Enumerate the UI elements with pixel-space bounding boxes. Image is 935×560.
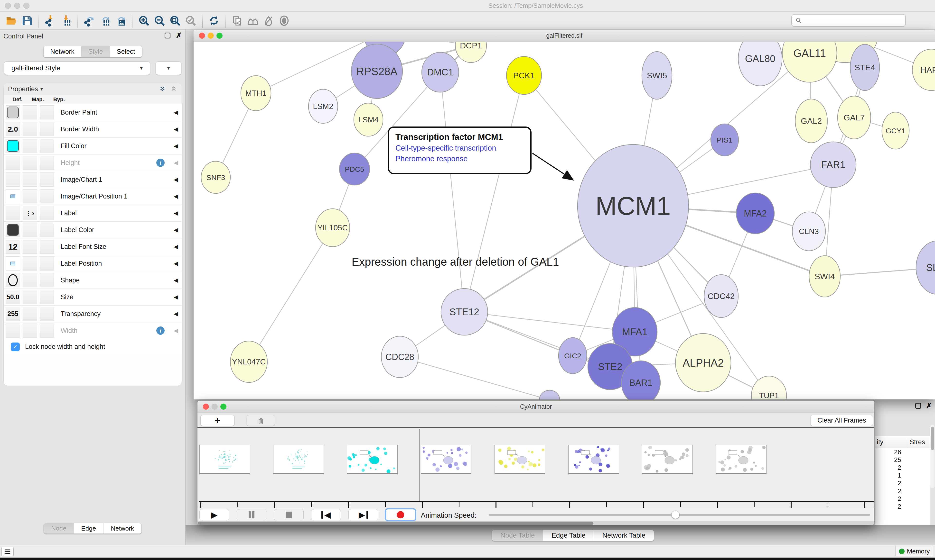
network-node-cln3[interactable]: CLN3 bbox=[792, 212, 825, 251]
default-swatch[interactable] bbox=[7, 140, 19, 152]
open-session-button[interactable] bbox=[5, 14, 18, 27]
export-network-button[interactable] bbox=[83, 14, 96, 27]
stop-button[interactable] bbox=[274, 509, 304, 520]
network-node-gal11[interactable]: GAL11 bbox=[782, 42, 837, 82]
property-row-image-chart-1[interactable]: Image/Chart 1◀ bbox=[4, 171, 182, 188]
default-swatch[interactable] bbox=[7, 224, 19, 236]
network-node-lsm4[interactable]: LSM4 bbox=[354, 103, 383, 136]
property-row-size[interactable]: 50.0Size◀ bbox=[4, 289, 182, 305]
property-row-border-width[interactable]: 2.0Border Width◀ bbox=[4, 121, 182, 137]
memory-button[interactable]: Memory bbox=[896, 546, 933, 556]
network-node-ste12[interactable]: STE12 bbox=[441, 289, 488, 335]
skip-to-end-button[interactable]: ▶ bbox=[349, 509, 378, 520]
network-node-gic2[interactable]: GIC2 bbox=[559, 338, 587, 374]
delete-frame-button[interactable] bbox=[247, 415, 275, 426]
results-row[interactable]: 2 bbox=[875, 487, 930, 495]
canvas-annotation-text[interactable]: Expression change after deletion of GAL1 bbox=[352, 255, 559, 268]
expand-row-icon[interactable]: ◀ bbox=[174, 226, 178, 233]
network-node-pis1[interactable]: PIS1 bbox=[711, 124, 739, 156]
float-panel-icon[interactable] bbox=[915, 403, 921, 409]
expand-row-icon[interactable]: ◀ bbox=[174, 176, 178, 183]
results-row[interactable]: 2 bbox=[875, 479, 930, 487]
expand-row-icon[interactable]: ◀ bbox=[174, 126, 178, 132]
close-traffic-light[interactable] bbox=[5, 3, 11, 9]
info-icon[interactable]: i bbox=[156, 158, 165, 167]
results-column-ity[interactable]: ity bbox=[875, 438, 906, 446]
network-node-lsm2[interactable]: LSM2 bbox=[309, 89, 338, 123]
annotation-link-1[interactable]: Cell-type-specific transcription bbox=[395, 144, 524, 152]
property-row-border-paint[interactable]: Border Paint◀ bbox=[4, 104, 182, 121]
expand-row-icon[interactable]: ◀ bbox=[174, 143, 178, 149]
network-node-mfa2[interactable]: MFA2 bbox=[736, 193, 774, 234]
tab-select[interactable]: Select bbox=[110, 46, 142, 57]
copy-style-button[interactable] bbox=[231, 14, 244, 27]
show-details-button[interactable] bbox=[278, 14, 291, 27]
property-row-width[interactable]: Widthi◀ bbox=[4, 322, 182, 339]
panel-tab-network[interactable]: Network bbox=[103, 523, 141, 534]
expand-row-icon[interactable]: ◀ bbox=[174, 260, 178, 267]
minimize-traffic-light[interactable] bbox=[14, 3, 20, 9]
network-node-pdc5[interactable]: PDC5 bbox=[339, 153, 370, 185]
expand-row-icon[interactable]: ◀ bbox=[174, 294, 178, 300]
property-row-fill-color[interactable]: Fill Color◀ bbox=[4, 137, 182, 154]
network-window-titlebar[interactable]: galFiltered.sif bbox=[194, 30, 935, 42]
default-value[interactable]: 255 bbox=[7, 310, 18, 318]
expand-row-icon[interactable]: ◀ bbox=[174, 193, 178, 200]
network-node-ste4[interactable]: STE4 bbox=[850, 44, 879, 91]
collapse-all-icon[interactable] bbox=[170, 85, 177, 93]
expand-all-icon[interactable] bbox=[159, 85, 166, 93]
import-table-button[interactable] bbox=[59, 14, 73, 27]
save-session-button[interactable] bbox=[20, 14, 34, 27]
expand-row-icon[interactable]: ◀ bbox=[174, 327, 178, 334]
pause-button[interactable] bbox=[237, 509, 266, 520]
export-table-button[interactable] bbox=[98, 14, 111, 27]
clear-all-frames-button[interactable]: Clear All Frames bbox=[811, 415, 873, 426]
info-icon[interactable]: i bbox=[156, 326, 165, 335]
export-image-button[interactable] bbox=[114, 14, 127, 27]
hide-details-button[interactable] bbox=[262, 14, 275, 27]
network-node-gcy1[interactable]: GCY1 bbox=[882, 112, 909, 149]
task-history-button[interactable] bbox=[2, 547, 14, 556]
frame-thumbnail-7[interactable] bbox=[716, 445, 767, 473]
results-row[interactable]: 26 bbox=[875, 448, 930, 456]
frame-thumbnail-0[interactable] bbox=[199, 445, 250, 473]
network-node-gal7[interactable]: GAL7 bbox=[838, 96, 871, 139]
properties-header[interactable]: Properties ▾ bbox=[4, 83, 182, 95]
zoom-out-button[interactable] bbox=[153, 14, 166, 27]
network-node-alpha2[interactable]: ALPHA2 bbox=[676, 334, 731, 392]
frame-thumbnail-5[interactable] bbox=[568, 445, 619, 473]
animation-speed-slider[interactable] bbox=[489, 514, 870, 516]
skip-to-start-button[interactable]: ◀ bbox=[311, 509, 341, 520]
property-row-image-chart-position-1[interactable]: Image/Chart Position 1◀ bbox=[4, 188, 182, 205]
cyanimator-titlebar[interactable]: CyAnimator bbox=[197, 401, 874, 413]
zoom-in-button[interactable] bbox=[137, 14, 150, 27]
frame-thumbnail-3[interactable] bbox=[421, 445, 471, 473]
results-row[interactable]: 25 bbox=[875, 456, 930, 464]
lock-size-checkbox[interactable]: ✓ bbox=[11, 343, 20, 351]
network-node-tup1[interactable]: TUP1 bbox=[751, 376, 787, 400]
network-node-mcm1[interactable]: MCM1 bbox=[577, 145, 688, 267]
network-node-swi4[interactable]: SWI4 bbox=[809, 256, 840, 297]
cyanimator-timeline[interactable]: 0123456789 Seconds bbox=[197, 429, 874, 508]
frame-thumbnail-6[interactable] bbox=[642, 445, 693, 473]
results-row[interactable]: 1 bbox=[875, 471, 930, 479]
network-node-mth1[interactable]: MTH1 bbox=[241, 75, 271, 111]
timeline-playhead[interactable] bbox=[420, 429, 420, 502]
network-node-nodecut[interactable] bbox=[539, 390, 560, 400]
annotation-link-2[interactable]: Pheromone response bbox=[395, 154, 524, 163]
position-icon[interactable] bbox=[9, 193, 17, 200]
close-panel-icon[interactable]: ✗ bbox=[926, 403, 932, 409]
expand-row-icon[interactable]: ◀ bbox=[174, 109, 178, 116]
property-row-shape[interactable]: Shape◀ bbox=[4, 272, 182, 289]
refresh-button[interactable] bbox=[207, 14, 221, 27]
expand-row-icon[interactable]: ◀ bbox=[174, 210, 178, 217]
panel-tab-edge[interactable]: Edge bbox=[74, 523, 104, 534]
network-node-slt2[interactable]: SLT2 bbox=[916, 241, 935, 294]
play-button[interactable]: ▶ bbox=[199, 509, 229, 520]
network-node-gal80[interactable]: GAL80 bbox=[738, 42, 782, 86]
results-column-stress[interactable]: Stres bbox=[906, 438, 930, 446]
network-node-far1[interactable]: FAR1 bbox=[810, 142, 856, 188]
zoom-selected-button[interactable] bbox=[184, 14, 197, 27]
results-row[interactable]: 2 bbox=[875, 495, 930, 503]
network-node-dcp1[interactable]: DCP1 bbox=[455, 42, 486, 63]
